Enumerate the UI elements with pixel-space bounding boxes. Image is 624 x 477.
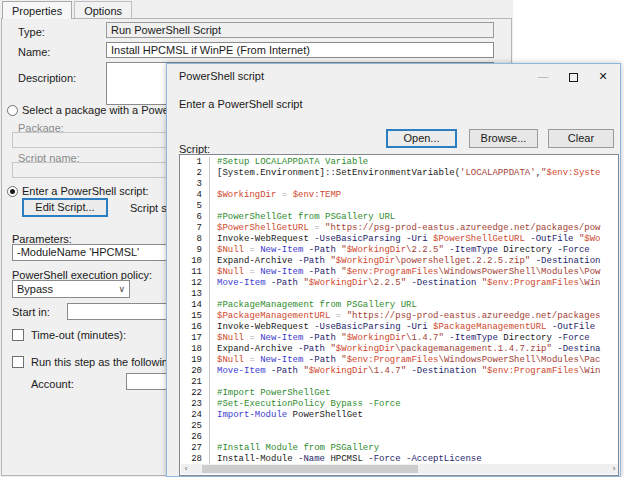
code-line: 5 bbox=[180, 201, 618, 212]
code-line: 24Import-Module PowerShellGet bbox=[180, 410, 618, 421]
code-line: 9$Null = New-Item -Path "$WorkingDir\2.2… bbox=[180, 245, 618, 256]
description-label: Description: bbox=[18, 72, 76, 84]
code-line: 12Move-Item -Path "$WorkingDir\2.2.5" -D… bbox=[180, 278, 618, 289]
name-label: Name: bbox=[18, 46, 50, 58]
code-line: 25 bbox=[180, 421, 618, 432]
edit-script-button[interactable]: Edit Script... bbox=[22, 198, 108, 217]
combo-chevron-icon: ∨ bbox=[118, 283, 125, 295]
execution-policy-value: Bypass bbox=[17, 283, 53, 295]
type-label: Type: bbox=[18, 26, 45, 38]
code-line: 10Expand-Archive -Path "$WorkingDir\powe… bbox=[180, 256, 618, 267]
parameters-field[interactable]: -ModuleName 'HPCMSL' bbox=[12, 244, 172, 261]
code-line: 8Invoke-WebRequest -UseBasicParsing -Uri… bbox=[180, 234, 618, 245]
code-line: 26 bbox=[180, 432, 618, 443]
code-line: 13 bbox=[180, 289, 618, 300]
scroll-left-icon[interactable]: ‹ bbox=[181, 464, 191, 474]
name-field[interactable]: Install HPCMSL if WinPE (From Internet) bbox=[106, 42, 494, 58]
type-field: Run PowerShell Script bbox=[106, 22, 494, 38]
start-in-label: Start in: bbox=[12, 306, 50, 318]
maximize-icon[interactable] bbox=[558, 64, 588, 89]
clear-button[interactable]: Clear bbox=[548, 129, 614, 148]
scroll-right-icon[interactable]: › bbox=[609, 464, 619, 474]
code-line: 19$Null = New-Item -Path "$env:ProgramFi… bbox=[180, 355, 618, 366]
code-line: 4$WorkingDir = $env:TEMP bbox=[180, 190, 618, 201]
code-line: 23#Set-ExecutionPolicy Bypass -Force bbox=[180, 399, 618, 410]
tab-options[interactable]: Options bbox=[74, 1, 132, 18]
horizontal-scrollbar[interactable]: ‹ › bbox=[181, 464, 619, 474]
code-line: 16Invoke-WebRequest -UseBasicParsing -Ur… bbox=[180, 322, 618, 333]
dialog-titlebar[interactable]: PowerShell script — ✕ bbox=[167, 64, 620, 89]
browse-button[interactable]: Browse... bbox=[469, 129, 538, 148]
code-lines[interactable]: 1#Setup LOCALAPPDATA Variable2[System.En… bbox=[180, 157, 618, 465]
code-line: 17$Null = New-Item -Path "$WorkingDir\1.… bbox=[180, 333, 618, 344]
minimize-icon[interactable]: — bbox=[528, 64, 558, 89]
code-line: 27#Install Module from PSGallery bbox=[180, 443, 618, 454]
code-line: 20Move-Item -Path "$WorkingDir\1.4.7" -D… bbox=[180, 366, 618, 377]
enter-script-radio[interactable] bbox=[7, 186, 18, 197]
select-package-radio[interactable] bbox=[7, 105, 18, 116]
code-line: 15$PackageManagementURL = "https://psg-p… bbox=[180, 311, 618, 322]
code-line: 21 bbox=[180, 377, 618, 388]
dialog-subtitle: Enter a PowerShell script bbox=[179, 98, 303, 110]
close-icon[interactable]: ✕ bbox=[588, 64, 618, 89]
tab-strip: PropertiesOptions bbox=[2, 1, 132, 19]
code-line: 7$PowerShellGetURL = "https://psg-prod-e… bbox=[180, 223, 618, 234]
run-as-checkbox[interactable] bbox=[12, 356, 24, 368]
code-line: 22#Import PowerShellGet bbox=[180, 388, 618, 399]
scrollbar-thumb[interactable] bbox=[202, 465, 418, 473]
code-line: 11$Null = New-Item -Path "$env:ProgramFi… bbox=[180, 267, 618, 278]
script-editor[interactable]: 1#Setup LOCALAPPDATA Variable2[System.En… bbox=[179, 154, 619, 476]
timeout-checkbox-label: Time-out (minutes): bbox=[31, 329, 126, 341]
open-button[interactable]: Open... bbox=[386, 129, 457, 148]
timeout-checkbox[interactable] bbox=[12, 329, 24, 341]
enter-script-radio-label: Enter a PowerShell script: bbox=[22, 185, 149, 197]
powershell-script-dialog: PowerShell script — ✕ Enter a PowerShell… bbox=[166, 63, 621, 477]
scrollbar-track[interactable] bbox=[191, 464, 609, 474]
package-field bbox=[12, 132, 172, 148]
execution-policy-select[interactable]: Bypass ∨ bbox=[12, 280, 130, 298]
code-line: 3 bbox=[180, 179, 618, 190]
code-line: 18Expand-Archive -Path "$WorkingDir\pack… bbox=[180, 344, 618, 355]
code-line: 14#PackageManagement from PSGallery URL bbox=[180, 300, 618, 311]
code-line: 1#Setup LOCALAPPDATA Variable bbox=[180, 157, 618, 168]
script-name-field bbox=[12, 162, 172, 178]
account-label: Account: bbox=[31, 378, 74, 390]
tab-properties[interactable]: Properties bbox=[2, 1, 72, 19]
code-line: 2[System.Environment]::SetEnvironmentVar… bbox=[180, 168, 618, 179]
dialog-title: PowerShell script bbox=[179, 70, 264, 82]
start-in-field[interactable] bbox=[67, 303, 172, 320]
code-line: 6#PowerShellGet from PSGallery URL bbox=[180, 212, 618, 223]
